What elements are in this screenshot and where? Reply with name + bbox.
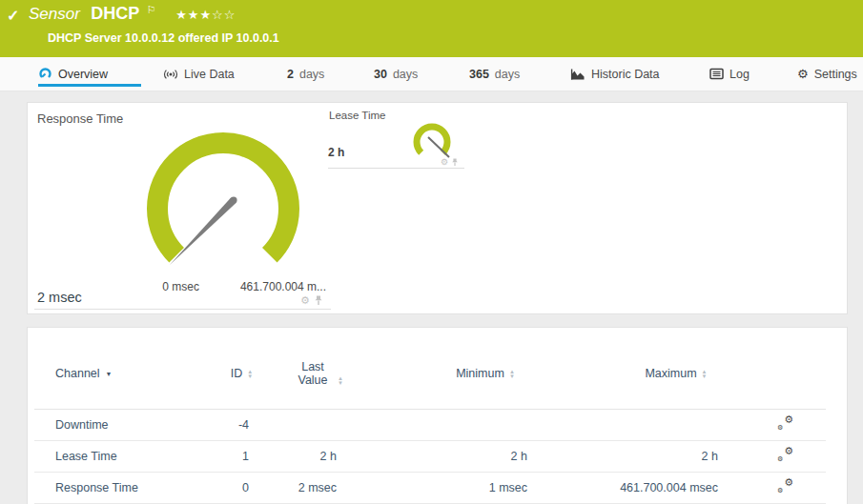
broadcast-icon — [163, 67, 178, 81]
channel-maximum: 2 h — [554, 440, 745, 472]
tab-2-days[interactable]: 2 days — [287, 57, 324, 91]
lease-time-value: 2 h — [328, 146, 344, 159]
channel-last-value — [273, 409, 363, 440]
gear-icon: ⚙ — [784, 445, 793, 457]
tab-overview[interactable]: Overview — [38, 57, 141, 91]
channels-panel: Channel▼ ID▲▼ Last Value▲▼ Minimum▲▼ Max… — [27, 327, 848, 504]
channel-name[interactable]: Response Time — [34, 472, 211, 503]
gear-icon: ⚙ — [777, 424, 783, 432]
column-label: ID — [231, 367, 243, 380]
column-label: Channel — [55, 367, 100, 380]
channel-name[interactable]: Downtime — [34, 409, 211, 440]
channel-settings-icon[interactable]: ⚙⚙ — [777, 415, 793, 431]
gear-icon: ⚙ — [797, 67, 809, 81]
gauge-needle — [170, 197, 236, 265]
column-header-maximum[interactable]: Maximum▲▼ — [554, 328, 745, 409]
table-row: Downtime -4 ⚙⚙ — [34, 409, 826, 440]
column-header-channel[interactable]: Channel▼ — [34, 328, 211, 409]
tab-label: days — [393, 68, 418, 81]
tab-label: Settings — [814, 68, 857, 81]
tab-live-data[interactable]: Live Data — [163, 57, 235, 91]
tab-label: Log — [729, 68, 750, 81]
channel-id: 1 — [211, 440, 273, 472]
tab-settings[interactable]: ⚙ Settings — [797, 57, 857, 91]
gauge-settings-icon[interactable]: ⚙ — [441, 157, 448, 167]
tab-log[interactable]: Log — [709, 57, 750, 91]
column-header-last-value[interactable]: Last Value▲▼ — [273, 328, 363, 409]
channel-last-value: 2 msec — [273, 472, 363, 503]
tab-bar: Overview Live Data 2 days 30 days 365 da… — [0, 57, 863, 91]
tab-number: 30 — [374, 68, 387, 81]
channel-maximum: 461.700.004 msec — [554, 472, 745, 503]
channel-settings-icon[interactable]: ⚙⚙ — [777, 447, 793, 462]
response-time-gauge-title: Response Time — [37, 111, 123, 126]
channel-minimum: 1 msec — [363, 472, 554, 503]
channel-maximum — [554, 409, 745, 440]
channel-settings-icon[interactable]: ⚙⚙ — [777, 478, 793, 494]
tab-365-days[interactable]: 365 days — [469, 57, 520, 91]
historic-chart-icon — [570, 68, 586, 81]
flag-icon[interactable]: ⚐ — [147, 4, 156, 15]
channel-name[interactable]: Lease Time — [34, 440, 211, 472]
gauge-pin-icon[interactable] — [451, 158, 459, 167]
stars-empty: ☆☆ — [212, 8, 236, 22]
tab-30-days[interactable]: 30 days — [374, 57, 418, 91]
tab-label: Overview — [58, 68, 108, 81]
table-header-row: Channel▼ ID▲▼ Last Value▲▼ Minimum▲▼ Max… — [34, 328, 826, 409]
sort-arrows-icon: ▲▼ — [702, 370, 708, 379]
stars-filled: ★★★ — [175, 8, 212, 22]
sort-arrows-icon: ▲▼ — [247, 370, 253, 379]
channel-last-value: 2 h — [273, 440, 363, 472]
sensor-subtitle: DHCP Server 10.0.0.12 offered IP 10.0.0.… — [48, 31, 279, 45]
gear-icon: ⚙ — [777, 487, 783, 494]
lease-time-gauge-title: Lease Time — [329, 110, 385, 121]
column-header-actions — [745, 328, 826, 409]
sort-arrows-icon: ▲▼ — [509, 370, 515, 379]
widget-divider — [34, 309, 331, 310]
column-label: Maximum — [645, 367, 696, 380]
tab-number: 2 — [287, 68, 294, 81]
tab-label: days — [495, 68, 520, 81]
tab-historic-data[interactable]: Historic Data — [570, 57, 660, 91]
tab-label: Live Data — [184, 68, 235, 81]
gear-icon: ⚙ — [777, 455, 783, 463]
widget-divider — [328, 168, 464, 169]
column-label: Last Value — [293, 360, 333, 387]
response-time-value: 2 msec — [37, 290, 82, 305]
tab-label: Historic Data — [591, 68, 660, 81]
gauge-icon — [38, 67, 52, 81]
gear-icon: ⚙ — [784, 413, 793, 426]
table-row: Lease Time 1 2 h 2 h 2 h ⚙⚙ — [34, 440, 826, 472]
column-label: Minimum — [456, 367, 504, 380]
column-header-minimum[interactable]: Minimum▲▼ — [363, 328, 554, 409]
gauge-scale-max: 461.700.004 m... — [206, 280, 326, 293]
response-time-gauge — [137, 123, 309, 294]
gauge-pin-icon[interactable] — [314, 295, 323, 306]
channel-minimum — [363, 409, 554, 440]
log-icon — [709, 68, 724, 80]
priority-stars[interactable]: ★★★☆☆ — [175, 8, 236, 22]
sort-arrows-icon: ▲▼ — [338, 376, 343, 386]
gauge-scale-min: 0 msec — [94, 280, 199, 293]
gear-icon: ⚙ — [784, 476, 793, 489]
status-ok-icon: ✓ — [7, 7, 19, 25]
sensor-name: DHCP — [91, 4, 139, 23]
tab-label: days — [299, 68, 324, 81]
table-row: Response Time 0 2 msec 1 msec 461.700.00… — [34, 472, 826, 503]
gauges-panel: Response Time 0 msec 461.700.004 m... 2 … — [27, 102, 848, 314]
column-header-id[interactable]: ID▲▼ — [211, 328, 273, 409]
channel-id: 0 — [211, 472, 273, 503]
sensor-title: Sensor DHCP ⚐ ★★★☆☆ — [29, 4, 236, 24]
sort-caret-icon: ▼ — [106, 371, 113, 377]
tab-number: 365 — [469, 68, 489, 81]
sensor-header: ✓ Sensor DHCP ⚐ ★★★☆☆ DHCP Server 10.0.0… — [0, 0, 863, 57]
sensor-kind-label: Sensor — [29, 5, 80, 23]
channel-minimum: 2 h — [363, 440, 554, 472]
gauge-settings-icon[interactable]: ⚙ — [300, 294, 310, 307]
channels-table: Channel▼ ID▲▼ Last Value▲▼ Minimum▲▼ Max… — [34, 328, 826, 504]
channel-id: -4 — [211, 409, 273, 440]
